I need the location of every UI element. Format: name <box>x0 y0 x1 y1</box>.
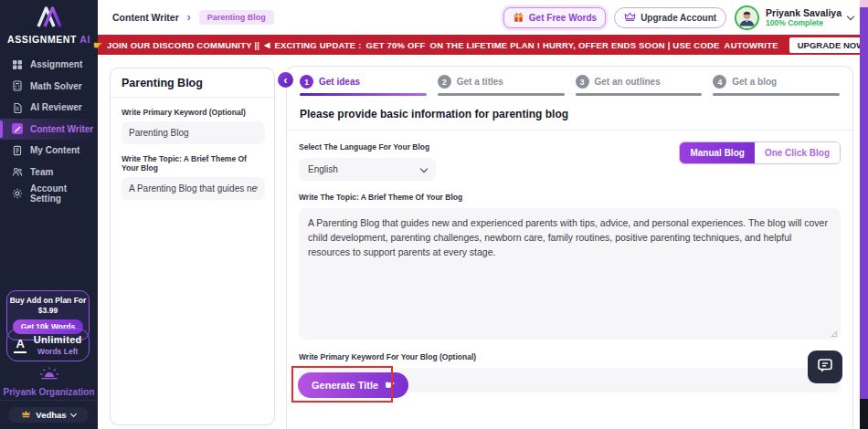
gift-icon <box>513 11 524 25</box>
scrollbar-track-bottom <box>860 399 868 429</box>
step-number: 2 <box>438 75 451 89</box>
breadcrumb-parent[interactable]: Content Writer <box>112 12 179 23</box>
my-content-icon <box>12 145 23 156</box>
form-heading: Please provide basic information for par… <box>287 96 852 131</box>
step-label: Get a titles <box>457 77 503 87</box>
sidebar-item-label: Assignment <box>30 59 82 69</box>
breadcrumb-chevron-icon: › <box>187 11 191 24</box>
content-writer-icon <box>12 123 23 134</box>
content-area: Parenting Blog Write Primary Keyword (Op… <box>98 55 868 429</box>
topic-textarea-wrap: A Parenting Blog that guides new and exp… <box>299 208 841 343</box>
banner-discord-text: JOIN OUR DISCORD COMMUNITY || <box>107 40 259 50</box>
chevron-down-icon <box>70 410 77 416</box>
upgrade-account-label: Upgrade Account <box>640 13 716 23</box>
step-progress-bar <box>438 93 565 96</box>
get-free-words-label: Get Free Words <box>529 13 597 23</box>
plan-title: Unlimited <box>34 334 82 345</box>
left-arrow-icon: ◀ <box>264 41 270 49</box>
stepper: 1Get ideas 2Get a titles 3Get an outline… <box>287 67 852 96</box>
step-get-outlines[interactable]: 3Get an outlines <box>576 75 703 96</box>
banner-offer-text: GET 70% OFF <box>366 40 426 50</box>
organization-name: Priyank Organization <box>0 387 98 397</box>
sunrise-icon <box>39 368 59 383</box>
panel-title: Parenting Blog <box>111 68 274 98</box>
collapse-panel-button[interactable]: ‹ <box>278 72 293 88</box>
plan-subtitle: Words Left <box>34 347 82 356</box>
generate-title-label: Generate Title <box>312 380 378 391</box>
header-actions: Get Free Words Upgrade Account Priyank S… <box>503 5 868 30</box>
breadcrumb-current: Parenting Blog <box>199 10 274 25</box>
sidebar-item-label: AI Reviewer <box>30 102 82 112</box>
sidebar-item-account-setting[interactable]: Account Setting <box>0 183 98 204</box>
step-get-titles[interactable]: 2Get a titles <box>438 75 565 96</box>
sidebar-item-team[interactable]: Team <box>0 162 98 183</box>
upgrade-now-button[interactable]: UPGRADE NOW <box>789 37 868 53</box>
step-get-ideas[interactable]: 1Get ideas <box>300 75 427 96</box>
breadcrumb: Content Writer › Parenting Blog <box>98 10 274 25</box>
resize-handle[interactable]: ◿ <box>831 330 837 338</box>
crown-icon <box>21 410 31 420</box>
step-get-blog[interactable]: 4Get a blog <box>713 75 840 96</box>
sidebar-item-label: Content Writer <box>30 124 93 134</box>
plan-status-card: A Unlimited Words Left <box>6 329 90 361</box>
step-label: Get a blog <box>732 77 777 87</box>
user-menu[interactable]: Priyank Savaliya 100% Complete <box>735 5 853 30</box>
user-name: Priyank Savaliya <box>766 7 842 19</box>
get-free-words-button[interactable]: Get Free Words <box>503 7 606 28</box>
manual-blog-button[interactable]: Manual Blog <box>680 142 754 163</box>
sidebar-item-label: Math Solver <box>30 81 82 91</box>
top-header: Content Writer › Parenting Blog Get Free… <box>98 0 868 35</box>
chevron-down-icon <box>420 165 428 173</box>
pointer-hand-icon: ☛ <box>385 379 395 392</box>
sidebar-nav: Assignment Math Solver AI Reviewer Conte… <box>0 54 98 204</box>
topic-label: Write The Topic: A Brief Theme Of Your B… <box>122 154 263 173</box>
banner-update-label: EXCITING UPDATE : <box>274 40 361 50</box>
workspace-switcher[interactable]: Vedhas <box>8 407 89 423</box>
sidebar: ASSIGNMENT AI Assignment Math Solver AI … <box>0 0 98 429</box>
step-progress-bar <box>300 93 427 96</box>
assignment-icon <box>12 59 23 70</box>
one-click-blog-button[interactable]: One Click Blog <box>755 142 840 163</box>
topic-label: Write The Topic: A Brief Theme Of Your B… <box>299 193 841 202</box>
sidebar-item-my-content[interactable]: My Content <box>0 140 98 162</box>
sidebar-divider <box>0 400 98 401</box>
wizard-panel: 1Get ideas 2Get a titles 3Get an outline… <box>286 66 853 429</box>
topic-input[interactable] <box>122 177 265 200</box>
step-progress-bar <box>576 93 703 96</box>
step-label: Get ideas <box>319 77 360 87</box>
organization-block[interactable]: Priyank Organization <box>0 367 98 397</box>
language-select[interactable]: English <box>299 158 436 181</box>
keyword-label: Write Primary Keyword (Optional) <box>122 108 263 117</box>
logo-icon <box>31 3 68 34</box>
team-icon <box>12 166 23 177</box>
page-scrollbar <box>860 0 868 429</box>
avatar <box>735 5 759 30</box>
sidebar-item-assignment[interactable]: Assignment <box>0 54 98 76</box>
sidebar-item-label: Team <box>30 167 53 177</box>
promo-banner: ☛ JOIN OUR DISCORD COMMUNITY || ◀ EXCITI… <box>98 35 868 55</box>
step-progress-bar <box>713 93 840 96</box>
step-number: 1 <box>300 75 313 89</box>
chat-widget-button[interactable] <box>808 351 842 383</box>
sidebar-item-content-writer[interactable]: Content Writer <box>0 119 98 141</box>
sidebar-item-ai-reviewer[interactable]: AI Reviewer <box>0 97 98 119</box>
keyword-input[interactable] <box>122 121 265 144</box>
banner-plan-text: ON THE LIFETIME PLAN ! HURRY, OFFER ENDS… <box>430 40 720 50</box>
math-solver-icon <box>12 80 23 91</box>
app-logo: ASSIGNMENT AI <box>0 0 98 45</box>
crown-icon <box>624 12 636 24</box>
scrollbar-thumb[interactable] <box>860 7 868 399</box>
sidebar-item-math-solver[interactable]: Math Solver <box>0 76 98 98</box>
sidebar-item-label: Account Setting <box>30 183 98 204</box>
addon-plan-title: Buy Add on Plan For $3.99 <box>9 296 87 316</box>
language-value: English <box>308 164 338 174</box>
generate-title-button[interactable]: Generate Title ☛ <box>298 372 408 398</box>
brand-name: ASSIGNMENT AI <box>7 34 90 45</box>
ai-reviewer-icon <box>12 102 23 113</box>
step-label: Get an outlines <box>595 77 661 87</box>
topic-textarea[interactable]: A Parenting Blog that guides new and exp… <box>299 208 841 340</box>
step-number: 3 <box>576 75 589 89</box>
primary-keyword-label: Write Primary Keyword For Your Blog (Opt… <box>299 352 841 361</box>
upgrade-account-button[interactable]: Upgrade Account <box>614 7 726 28</box>
plan-logo-icon: A <box>14 337 26 353</box>
